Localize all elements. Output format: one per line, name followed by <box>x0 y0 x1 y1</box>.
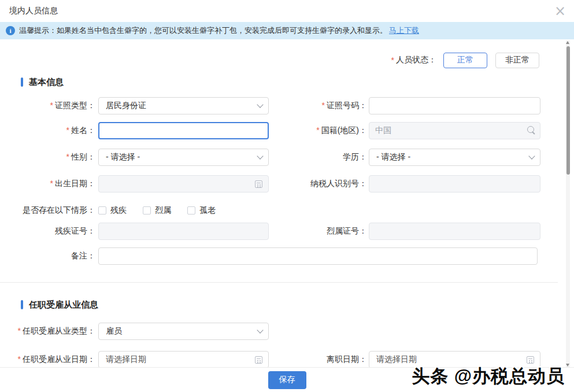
chevron-down-icon <box>257 153 263 159</box>
nationality-input <box>369 122 540 139</box>
checkbox-lonely-elderly[interactable] <box>187 206 195 215</box>
employment-date-label: *任职受雇从业日期： <box>16 354 95 365</box>
form-row: *出生日期： 纳税人识别号： <box>16 175 574 193</box>
checkbox-group: 残疾 <box>98 205 127 216</box>
notice-bar: i 温馨提示：如果姓名当中包含生僻字的，您可以安装生僻字补丁包，安装完成后即可支… <box>0 22 574 39</box>
watermark: 头条 @办税总动员 <box>412 364 565 389</box>
form-row: 残疾证号： 烈属证号： <box>16 223 574 240</box>
education-select[interactable]: - 请选择 - <box>369 149 540 166</box>
martyr-no-label: 烈属证号： <box>269 226 367 236</box>
taxpayer-id-label: 纳税人识别号： <box>269 179 367 189</box>
form-row: *性别： - 请选择 - 学历： - 请选择 - <box>16 149 574 166</box>
form-content: * 人员状态： 正常 非正常 基本信息 *证照类型： 居民身份证 *证照号码： … <box>0 52 574 368</box>
form-row: *姓名： *国籍(地区)： <box>16 122 574 139</box>
dialog-header: 境内人员信息 × <box>0 0 574 22</box>
name-label: *姓名： <box>16 125 95 136</box>
scrollbar[interactable] <box>566 40 570 367</box>
section-employment-info: 任职受雇从业信息 <box>16 299 574 310</box>
scrollbar-thumb[interactable] <box>566 46 570 175</box>
disability-no-input <box>98 223 269 240</box>
checkbox-group: 烈属 <box>143 205 171 216</box>
remark-input[interactable] <box>98 247 538 265</box>
situations-label: 是否存在以下情形： <box>16 205 95 216</box>
name-input[interactable] <box>98 122 269 139</box>
required-mark: * <box>391 56 394 65</box>
education-label: 学历： <box>269 152 367 162</box>
resign-date-label: 离职日期： <box>269 354 367 365</box>
page-title: 境内人员信息 <box>9 6 58 16</box>
search-icon <box>527 125 536 135</box>
birth-date-label: *出生日期： <box>16 179 95 189</box>
remark-label: 备注： <box>16 251 95 261</box>
form-row: *证照类型： 居民身份证 *证照号码： <box>16 97 574 114</box>
checkbox-martyr-family[interactable] <box>143 206 151 215</box>
close-icon[interactable]: × <box>554 4 566 18</box>
birth-date-picker <box>98 175 269 193</box>
section-marker <box>21 77 23 87</box>
info-icon: i <box>6 26 15 35</box>
taxpayer-id-input <box>369 175 540 193</box>
situations-row: 是否存在以下情形： 残疾 烈属 孤老 <box>16 205 574 216</box>
form-row: *任职受雇从业类型： 雇员 <box>16 323 574 340</box>
gender-select[interactable]: - 请选择 - <box>98 149 269 166</box>
chevron-down-icon <box>257 327 263 333</box>
cert-no-input[interactable] <box>369 97 540 114</box>
scrollbar-down-arrow[interactable] <box>566 364 569 367</box>
checkbox-group: 孤老 <box>187 205 216 216</box>
person-status-label: 人员状态： <box>396 55 436 65</box>
cert-no-label: *证照号码： <box>269 101 367 111</box>
nationality-label: *国籍(地区)： <box>269 125 367 136</box>
checkbox-disability[interactable] <box>98 206 106 215</box>
cert-type-label: *证照类型： <box>16 101 95 111</box>
calendar-icon <box>527 356 534 364</box>
cert-type-select[interactable]: 居民身份证 <box>98 97 269 114</box>
chevron-down-icon <box>528 153 535 159</box>
person-status-row: * 人员状态： 正常 非正常 <box>16 52 574 68</box>
save-button[interactable]: 保存 <box>268 371 306 389</box>
employment-type-label: *任职受雇从业类型： <box>16 326 95 336</box>
scrollbar-up-arrow[interactable] <box>566 41 569 44</box>
employment-date-picker[interactable]: 请选择日期 <box>98 351 269 368</box>
gender-label: *性别： <box>16 152 95 162</box>
section-marker <box>21 300 23 309</box>
calendar-icon <box>255 180 262 188</box>
calendar-icon <box>255 356 262 364</box>
employment-type-select[interactable]: 雇员 <box>98 323 269 340</box>
section-divider <box>0 282 558 283</box>
section-basic-info: 基本信息 <box>16 76 574 88</box>
disability-no-label: 残疾证号： <box>16 226 95 236</box>
chevron-down-icon <box>257 101 263 108</box>
martyr-no-input <box>369 223 540 240</box>
status-normal-button[interactable]: 正常 <box>443 53 487 68</box>
form-row: 备注： <box>16 247 574 265</box>
download-patch-link[interactable]: 马上下载 <box>389 25 419 36</box>
notice-text: 温馨提示：如果姓名当中包含生僻字的，您可以安装生僻字补丁包，安装完成后即可支持生… <box>19 25 387 36</box>
status-abnormal-button[interactable]: 非正常 <box>495 53 539 68</box>
